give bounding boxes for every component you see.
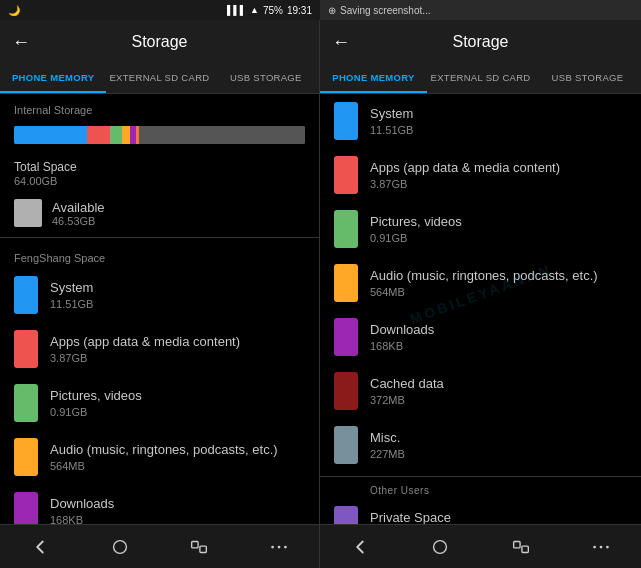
left-status-icons: 🌙: [8, 5, 20, 16]
left-home-nav[interactable]: [95, 525, 145, 569]
svg-point-11: [606, 545, 609, 548]
r-apps-color: [334, 156, 358, 194]
fengshang-label: FengShang Space: [0, 242, 319, 268]
left-panel: ← Storage PHONE MEMORY EXTERNAL SD CARD …: [0, 20, 320, 568]
r-downloads-text: Downloads 168KB: [370, 322, 627, 352]
left-item-audio[interactable]: Audio (music, ringtones, podcasts, etc.)…: [0, 430, 319, 484]
left-item-apps[interactable]: Apps (app data & media content) 3.87GB: [0, 322, 319, 376]
r-system-color: [334, 102, 358, 140]
left-tab-external-sd[interactable]: EXTERNAL SD CARD: [106, 64, 212, 93]
saving-text: Saving screenshot...: [340, 5, 431, 16]
right-home-nav[interactable]: [415, 525, 465, 569]
left-scroll[interactable]: Internal Storage Total Space: [0, 94, 319, 524]
left-item-pictures[interactable]: Pictures, videos 0.91GB: [0, 376, 319, 430]
right-item-pictures[interactable]: Pictures, videos 0.91GB: [320, 202, 641, 256]
svg-point-6: [434, 540, 447, 553]
storage-bar: [14, 126, 305, 144]
left-status-bar: 🌙 ▌▌▌ ▲ 75% 19:31: [0, 0, 320, 20]
svg-rect-2: [200, 546, 206, 552]
left-back-nav[interactable]: [15, 525, 65, 569]
right-item-misc[interactable]: Misc. 227MB: [320, 418, 641, 472]
right-back-nav[interactable]: [335, 525, 385, 569]
right-item-cached[interactable]: Cached data 372MB: [320, 364, 641, 418]
left-status-right: ▌▌▌ ▲ 75% 19:31: [227, 5, 312, 16]
signal-icon: ▌▌▌: [227, 5, 246, 15]
saving-bar: ⊕ Saving screenshot...: [320, 0, 641, 20]
bar-apps: [87, 126, 110, 144]
pictures-color: [14, 384, 38, 422]
svg-point-10: [600, 545, 603, 548]
right-item-system[interactable]: System 11.51GB: [320, 94, 641, 148]
right-panel: MOBILEYAAN.IN ← Storage PHONE MEMORY EXT…: [320, 20, 641, 568]
right-title: Storage: [452, 33, 508, 51]
right-menu-nav[interactable]: [576, 525, 626, 569]
left-menu-nav[interactable]: [254, 525, 304, 569]
right-tab-usb-storage[interactable]: USB STORAGE: [534, 64, 641, 93]
right-item-private[interactable]: Private Space 250MB: [320, 498, 641, 524]
screenshot-icon: ⊕: [328, 5, 336, 16]
bar-audio: [122, 126, 131, 144]
right-item-downloads[interactable]: Downloads 168KB: [320, 310, 641, 364]
right-recents-nav[interactable]: [496, 525, 546, 569]
right-tabs: PHONE MEMORY EXTERNAL SD CARD USB STORAG…: [320, 64, 641, 94]
r-downloads-color: [334, 318, 358, 356]
right-item-audio[interactable]: Audio (music, ringtones, podcasts, etc.)…: [320, 256, 641, 310]
right-tab-phone-memory[interactable]: PHONE MEMORY: [320, 64, 427, 93]
left-tab-phone-memory[interactable]: PHONE MEMORY: [0, 64, 106, 93]
storage-bar-container: [0, 120, 319, 154]
time-text: 19:31: [287, 5, 312, 16]
svg-rect-1: [192, 541, 198, 547]
apps-color: [14, 330, 38, 368]
total-space-label: Total Space: [14, 160, 305, 174]
svg-rect-8: [522, 546, 528, 552]
r-audio-text: Audio (music, ringtones, podcasts, etc.)…: [370, 268, 627, 298]
downloads-color: [14, 492, 38, 524]
total-space-row: Total Space 64.00GB: [0, 154, 319, 193]
right-back-button[interactable]: ←: [332, 32, 350, 53]
r-private-text: Private Space 250MB: [370, 510, 627, 524]
r-apps-text: Apps (app data & media content) 3.87GB: [370, 160, 627, 190]
right-divider: [320, 476, 641, 477]
svg-point-4: [278, 545, 281, 548]
bar-free: [139, 126, 305, 144]
svg-rect-7: [513, 541, 519, 547]
right-topbar: ← Storage: [320, 20, 641, 64]
audio-text: Audio (music, ringtones, podcasts, etc.)…: [50, 442, 305, 472]
system-text: System 11.51GB: [50, 280, 305, 310]
right-scroll[interactable]: System 11.51GB Apps (app data & media co…: [320, 94, 641, 524]
apps-text: Apps (app data & media content) 3.87GB: [50, 334, 305, 364]
left-item-system[interactable]: System 11.51GB: [0, 268, 319, 322]
svg-point-0: [113, 540, 126, 553]
r-pictures-text: Pictures, videos 0.91GB: [370, 214, 627, 244]
divider-1: [0, 237, 319, 238]
right-tab-external-sd[interactable]: EXTERNAL SD CARD: [427, 64, 534, 93]
downloads-text: Downloads 168KB: [50, 496, 305, 524]
left-item-downloads[interactable]: Downloads 168KB: [0, 484, 319, 524]
system-color: [14, 276, 38, 314]
left-recents-nav[interactable]: [174, 525, 224, 569]
left-tabs: PHONE MEMORY EXTERNAL SD CARD USB STORAG…: [0, 64, 319, 94]
left-title: Storage: [131, 33, 187, 51]
pictures-text: Pictures, videos 0.91GB: [50, 388, 305, 418]
r-private-color: [334, 506, 358, 524]
available-row: Available 46.53GB: [0, 193, 319, 233]
r-audio-color: [334, 264, 358, 302]
svg-point-3: [271, 545, 274, 548]
left-back-button[interactable]: ←: [12, 32, 30, 53]
bar-pics: [110, 126, 122, 144]
r-cached-color: [334, 372, 358, 410]
left-tab-usb-storage[interactable]: USB STORAGE: [213, 64, 319, 93]
r-pictures-color: [334, 210, 358, 248]
r-misc-text: Misc. 227MB: [370, 430, 627, 460]
available-icon: [14, 199, 42, 227]
other-users-label: Other Users: [320, 481, 641, 498]
r-misc-color: [334, 426, 358, 464]
right-bottom-nav: [320, 524, 641, 568]
battery-text: 75%: [263, 5, 283, 16]
available-value: 46.53GB: [52, 215, 105, 227]
svg-point-5: [284, 545, 287, 548]
left-bottom-nav: [0, 524, 319, 568]
right-item-apps[interactable]: Apps (app data & media content) 3.87GB: [320, 148, 641, 202]
left-topbar: ← Storage: [0, 20, 319, 64]
svg-point-9: [593, 545, 596, 548]
